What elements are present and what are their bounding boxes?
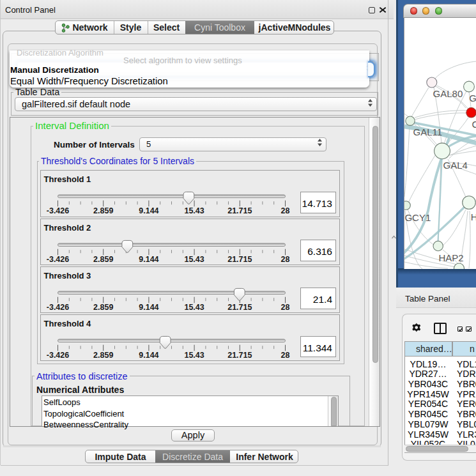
svg-text:GCY1: GCY1 — [404, 212, 431, 223]
svg-text:GAL4: GAL4 — [443, 160, 468, 171]
svg-text:C: C — [472, 119, 476, 130]
svg-text:HAP2: HAP2 — [438, 252, 463, 263]
svg-text:GAL80: GAL80 — [433, 88, 463, 99]
svg-text:GA: GA — [469, 93, 476, 104]
svg-text:GAL11: GAL11 — [413, 127, 443, 137]
svg-text:H: H — [471, 211, 476, 222]
